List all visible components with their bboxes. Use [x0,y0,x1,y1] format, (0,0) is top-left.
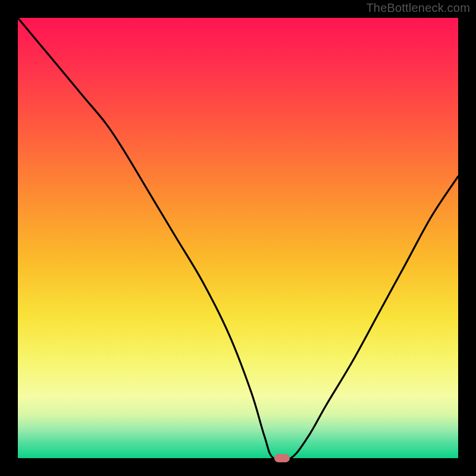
attribution-text: TheBottleneck.com [366,1,470,15]
optimal-marker [274,454,290,462]
curve-path [18,18,458,461]
plot-area [18,18,458,458]
chart-frame: TheBottleneck.com [0,0,476,476]
bottleneck-curve [18,18,458,458]
